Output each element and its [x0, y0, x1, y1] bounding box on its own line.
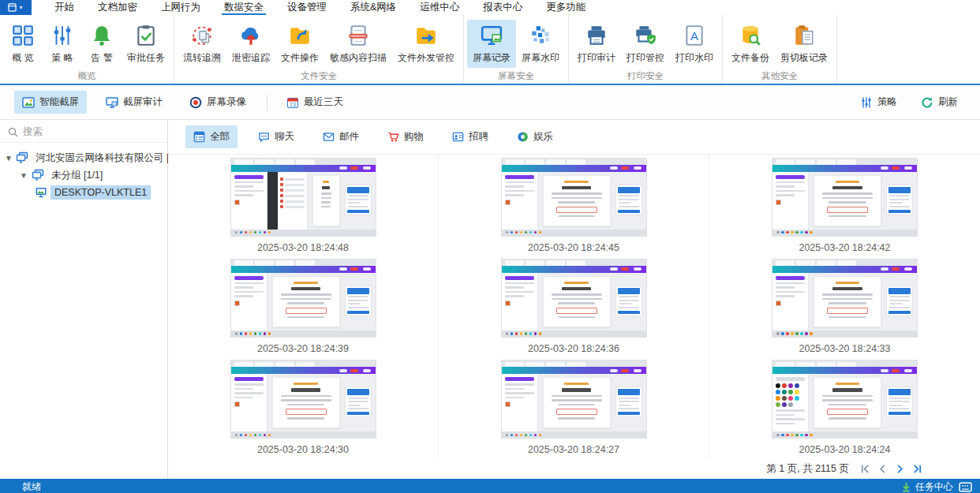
- tree-expander-icon[interactable]: ▼: [19, 171, 28, 180]
- thumb-left-sidebar: [772, 374, 809, 431]
- screenshot-thumbnail[interactable]: [501, 360, 647, 439]
- tree-item-device-label: DESKTOP-VLKTLE1: [50, 185, 151, 200]
- clipboard-record-button[interactable]: 剪切板记录: [775, 20, 833, 68]
- calendar-23-icon: 23: [286, 96, 299, 109]
- screenshot-item[interactable]: 2025-03-20 18:24:36: [439, 256, 709, 357]
- flow-trace-button[interactable]: 流转追溯: [178, 20, 226, 68]
- overview-button[interactable]: 概 览: [3, 20, 43, 68]
- screenshot-thumbnail[interactable]: [501, 259, 647, 338]
- screenshot-thumbnail[interactable]: [772, 158, 918, 237]
- tree-item-ungrouped[interactable]: ▼ 未分组 [1/1]: [0, 166, 167, 184]
- remote-desktop-icon[interactable]: [959, 482, 972, 492]
- print-control-label: 打印管控: [627, 51, 664, 65]
- screen-record-button[interactable]: 屏幕记录: [467, 20, 516, 68]
- screenshot-item[interactable]: 2025-03-20 18:24:48: [168, 155, 439, 256]
- policy-button[interactable]: 策 略: [43, 20, 82, 68]
- tab-device-mgmt[interactable]: 设备管理: [275, 0, 339, 15]
- thumb-color-swatch: [234, 200, 240, 205]
- screen-watermark-button[interactable]: 屏幕水印: [516, 20, 565, 68]
- toolbar-right: 策略 刷新: [844, 91, 966, 114]
- filter-shopping-button[interactable]: 购物: [380, 125, 432, 148]
- print-audit-button[interactable]: 打印审计: [572, 20, 621, 68]
- screenshot-thumbnail[interactable]: [772, 360, 918, 439]
- thumb-app-header: [502, 367, 646, 374]
- screenshot-item[interactable]: 2025-03-20 18:24:33: [709, 256, 980, 357]
- prev-page-button[interactable]: [877, 463, 888, 475]
- group-label-file-security: 文件安全: [178, 68, 460, 86]
- toolbar-separator: [267, 95, 267, 110]
- filter-all-button[interactable]: 全部: [185, 125, 238, 148]
- tree-item-company[interactable]: ▼ 河北安固云网络科技有限公司 [1/1]: [0, 149, 167, 166]
- tab-report-center[interactable]: 报表中心: [471, 0, 534, 15]
- screenshot-thumbnail[interactable]: [772, 259, 918, 338]
- thumb-side-card: [345, 286, 372, 316]
- alert-button[interactable]: 告 警: [82, 20, 122, 68]
- category-filter-row: 全部 聊天 邮件 购物 招聘 娱乐: [168, 120, 980, 155]
- smart-capture-button[interactable]: 智能截屏: [14, 91, 87, 114]
- policy-sliders-icon: [50, 24, 74, 47]
- org-computers-icon: [16, 151, 28, 164]
- thumb-document-page: [543, 175, 611, 226]
- thumb-browser-tabs: [502, 159, 646, 165]
- next-page-icon: [895, 464, 905, 474]
- screenshot-thumbnail[interactable]: [230, 158, 376, 237]
- file-outgoing-button[interactable]: 文件外发管控: [392, 20, 460, 68]
- download-arrow-icon: [901, 482, 911, 492]
- thumbnail-timestamp: 2025-03-20 18:24:33: [799, 343, 890, 354]
- print-control-button[interactable]: 打印管控: [621, 20, 670, 68]
- screenshot-item[interactable]: 2025-03-20 18:24:45: [439, 155, 709, 256]
- thumb-side-card: [345, 185, 372, 215]
- ribbon-group-other-security: 文件备份 剪切板记录 其他安全: [723, 15, 837, 84]
- print-watermark-button[interactable]: A 打印水印: [670, 20, 719, 68]
- thumb-taskbar: [231, 431, 376, 438]
- policy-toolbar-button[interactable]: 策略: [852, 91, 905, 114]
- workspace: ▼ 河北安固云网络科技有限公司 [1/1] ▼ 未分组 [1/1] DESKTO…: [0, 120, 980, 479]
- tab-more-features[interactable]: 更多功能: [534, 0, 597, 15]
- screenshot-thumbnail[interactable]: [230, 360, 376, 439]
- last-page-button[interactable]: [911, 463, 923, 475]
- file-ops-button[interactable]: 文件操作: [275, 20, 324, 68]
- filter-entertainment-button[interactable]: 娱乐: [509, 125, 561, 148]
- group-label-other-security: 其他安全: [726, 68, 833, 86]
- search-input[interactable]: [23, 126, 149, 137]
- chat-bubble-icon: [258, 131, 270, 143]
- thumbnail-timestamp: 2025-03-20 18:24:42: [799, 242, 890, 253]
- screenshot-item[interactable]: 2025-03-20 18:24:24: [709, 357, 980, 458]
- mail-envelope-icon: [323, 131, 335, 143]
- tab-doc-encrypt[interactable]: 文档加密: [86, 0, 149, 15]
- screenshot-thumbnail[interactable]: [501, 158, 647, 237]
- tab-web-behavior[interactable]: 上网行为: [149, 0, 212, 15]
- ribbon: 概 览 策 略 告 警 审批任务 概览 流转追溯: [0, 15, 980, 84]
- screenshot-grid: 2025-03-20 18:24:48: [168, 155, 980, 458]
- entertainment-ball-icon: [517, 131, 529, 143]
- file-backup-button[interactable]: 文件备份: [726, 20, 775, 68]
- tab-start[interactable]: 开始: [43, 0, 86, 15]
- tree-item-device[interactable]: DESKTOP-VLKTLE1: [0, 184, 167, 201]
- screenshot-thumbnail[interactable]: [230, 259, 376, 338]
- thumb-browser-tabs: [231, 159, 376, 165]
- filter-chat-button[interactable]: 聊天: [250, 125, 302, 148]
- group-label-screen-security: 屏幕安全: [467, 68, 565, 86]
- leak-track-button[interactable]: 泄密追踪: [226, 20, 275, 68]
- tab-system-network[interactable]: 系统&网络: [339, 0, 408, 15]
- sensitive-scan-button[interactable]: 敏感内容扫描: [324, 20, 392, 68]
- screen-video-button[interactable]: 屏幕录像: [181, 91, 254, 114]
- refresh-button[interactable]: 刷新: [913, 91, 966, 114]
- filter-recruit-button[interactable]: 招聘: [444, 125, 496, 148]
- screenshot-item[interactable]: 2025-03-20 18:24:27: [439, 357, 709, 458]
- next-page-button[interactable]: [894, 463, 906, 475]
- tab-ops-center[interactable]: 运维中心: [408, 0, 471, 15]
- task-center-button[interactable]: 任务中心: [901, 480, 953, 493]
- tab-data-security[interactable]: 数据安全: [212, 0, 275, 15]
- capture-audit-button[interactable]: 截屏审计: [98, 91, 170, 114]
- screenshot-item[interactable]: 2025-03-20 18:24:30: [168, 357, 439, 458]
- filter-mail-button[interactable]: 邮件: [315, 125, 367, 148]
- app-menu-button[interactable]: ▼: [0, 0, 32, 15]
- screenshot-item[interactable]: 2025-03-20 18:24:42: [709, 155, 980, 256]
- screenshot-item[interactable]: 2025-03-20 18:24:39: [168, 256, 439, 357]
- overview-label: 概 览: [12, 51, 33, 65]
- tree-expander-icon[interactable]: ▼: [5, 154, 13, 162]
- first-page-button[interactable]: [859, 463, 871, 475]
- recent-days-button[interactable]: 23 最近三天: [279, 91, 351, 114]
- approval-tasks-button[interactable]: 审批任务: [122, 20, 170, 68]
